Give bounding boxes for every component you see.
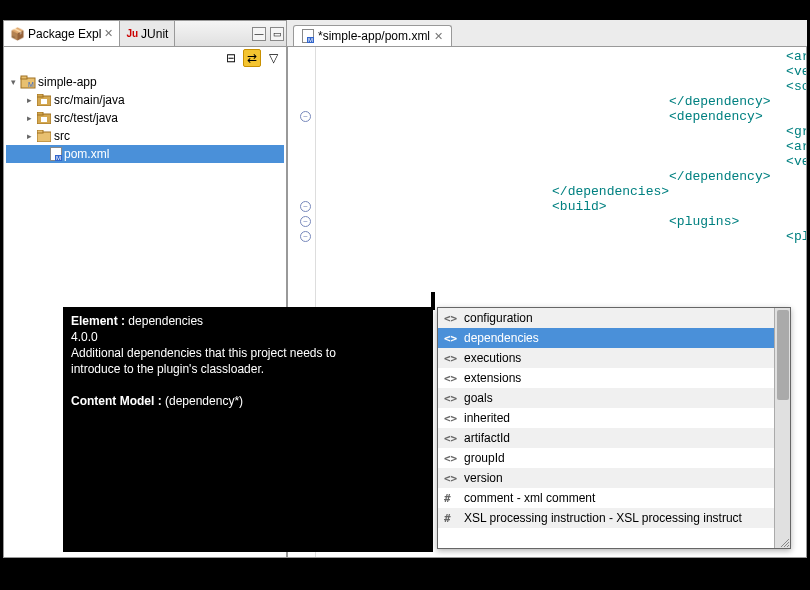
autocomplete-item[interactable]: <>configuration [438, 308, 774, 328]
junit-icon: Ju [126, 28, 138, 39]
element-icon: <> [444, 472, 458, 485]
maximize-button[interactable]: ▭ [270, 27, 284, 41]
fold-marker[interactable]: − [300, 216, 311, 227]
folder-icon [36, 129, 52, 143]
link-editor-button[interactable]: ⇄ [243, 49, 261, 67]
editor-tab-pom[interactable]: *simple-app/pom.xml ✕ [293, 25, 452, 46]
element-icon: <> [444, 432, 458, 445]
element-icon: <> [444, 372, 458, 385]
scrollbar-thumb[interactable] [777, 310, 789, 400]
element-icon: <> [444, 352, 458, 365]
twisty-icon[interactable]: ▸ [24, 131, 34, 141]
fold-marker[interactable]: − [300, 231, 311, 242]
tree-node[interactable]: ▸src/main/java [6, 91, 284, 109]
explorer-toolbar: ⊟ ⇄ ▽ [4, 47, 286, 69]
autocomplete-item[interactable]: <>goals [438, 388, 774, 408]
package-icon: 📦 [10, 27, 25, 41]
help-model-value: (dependency*) [165, 394, 243, 408]
autocomplete-item[interactable]: <>inherited [438, 408, 774, 428]
autocomplete-popup: <>configuration<>dependencies<>execution… [437, 307, 791, 549]
tab-label: Package Expl [28, 27, 101, 41]
twisty-icon[interactable]: ▾ [8, 77, 18, 87]
svg-rect-4 [37, 94, 43, 97]
help-desc-line1: Additional dependencies that this projec… [71, 345, 425, 361]
autocomplete-label: XSL processing instruction - XSL process… [464, 511, 742, 525]
autocomplete-label: configuration [464, 311, 533, 325]
svg-text:M: M [28, 81, 34, 88]
scrollbar[interactable] [774, 308, 790, 548]
close-icon[interactable]: ✕ [104, 27, 113, 40]
help-desc-line2: introduce to the plugin's classloader. [71, 361, 425, 377]
collapse-all-button[interactable]: ⊟ [222, 49, 240, 67]
autocomplete-item[interactable]: <>dependencies [438, 328, 774, 348]
tab-label: JUnit [141, 27, 168, 41]
autocomplete-label: version [464, 471, 503, 485]
package-folder-icon [36, 111, 52, 125]
element-icon: <> [444, 332, 458, 345]
autocomplete-item[interactable]: <>groupId [438, 448, 774, 468]
tree-label: simple-app [38, 75, 97, 89]
help-model-label: Content Model : [71, 394, 162, 408]
svg-rect-8 [41, 117, 47, 122]
resize-handle[interactable] [778, 536, 790, 548]
editor-tab-label: *simple-app/pom.xml [318, 29, 430, 43]
element-icon: <> [444, 412, 458, 425]
autocomplete-item[interactable]: #comment - xml comment [438, 488, 774, 508]
element-icon: <> [444, 392, 458, 405]
autocomplete-label: dependencies [464, 331, 539, 345]
file-icon [302, 29, 314, 43]
autocomplete-label: groupId [464, 451, 505, 465]
twisty-icon[interactable]: ▸ [24, 95, 34, 105]
code-content[interactable]: <artifactId>junit</artifactId> <version>… [318, 49, 807, 289]
help-version: 4.0.0 [71, 329, 425, 345]
tab-package-explorer[interactable]: 📦 Package Expl ✕ [4, 21, 120, 46]
package-folder-icon [36, 93, 52, 107]
element-icon: <> [444, 312, 458, 325]
autocomplete-label: comment - xml comment [464, 491, 595, 505]
help-element-label: Element : [71, 314, 125, 328]
tree-node[interactable]: ▸src/test/java [6, 109, 284, 127]
view-tab-bar: 📦 Package Expl ✕ Ju JUnit — ▭ [4, 21, 286, 47]
tab-junit[interactable]: Ju JUnit [120, 21, 175, 46]
autocomplete-item[interactable]: #XSL processing instruction - XSL proces… [438, 508, 774, 528]
hash-icon: # [444, 512, 458, 525]
tree-label: src/main/java [54, 93, 125, 107]
autocomplete-item[interactable]: <>version [438, 468, 774, 488]
minimize-button[interactable]: — [252, 27, 266, 41]
autocomplete-label: executions [464, 351, 521, 365]
tree-project-root[interactable]: ▾ M simple-app [6, 73, 284, 91]
svg-rect-7 [37, 112, 43, 115]
tree-label: pom.xml [64, 147, 109, 161]
tree-label: src/test/java [54, 111, 118, 125]
element-icon: <> [444, 452, 458, 465]
autocomplete-list: <>configuration<>dependencies<>execution… [438, 308, 774, 548]
twisty-icon[interactable]: ▸ [24, 113, 34, 123]
autocomplete-label: extensions [464, 371, 521, 385]
autocomplete-item[interactable]: <>executions [438, 348, 774, 368]
tree-node[interactable]: pom.xml [6, 145, 284, 163]
element-help-tooltip: Element : dependencies 4.0.0 Additional … [63, 307, 433, 552]
close-icon[interactable]: ✕ [434, 30, 443, 43]
editor-tab-bar: *simple-app/pom.xml ✕ [287, 20, 807, 46]
autocomplete-label: inherited [464, 411, 510, 425]
tree-node[interactable]: ▸src [6, 127, 284, 145]
fold-marker[interactable]: − [300, 111, 311, 122]
tree-label: src [54, 129, 70, 143]
svg-rect-10 [37, 130, 43, 133]
svg-rect-1 [21, 76, 27, 79]
svg-rect-5 [41, 99, 47, 104]
autocomplete-item[interactable]: <>extensions [438, 368, 774, 388]
view-menu-button[interactable]: ▽ [264, 49, 282, 67]
autocomplete-label: artifactId [464, 431, 510, 445]
autocomplete-item[interactable]: <>artifactId [438, 428, 774, 448]
hash-icon: # [444, 492, 458, 505]
project-icon: M [20, 75, 36, 89]
help-element-name: dependencies [128, 314, 203, 328]
fold-marker[interactable]: − [300, 201, 311, 212]
file-icon [50, 147, 62, 161]
autocomplete-label: goals [464, 391, 493, 405]
